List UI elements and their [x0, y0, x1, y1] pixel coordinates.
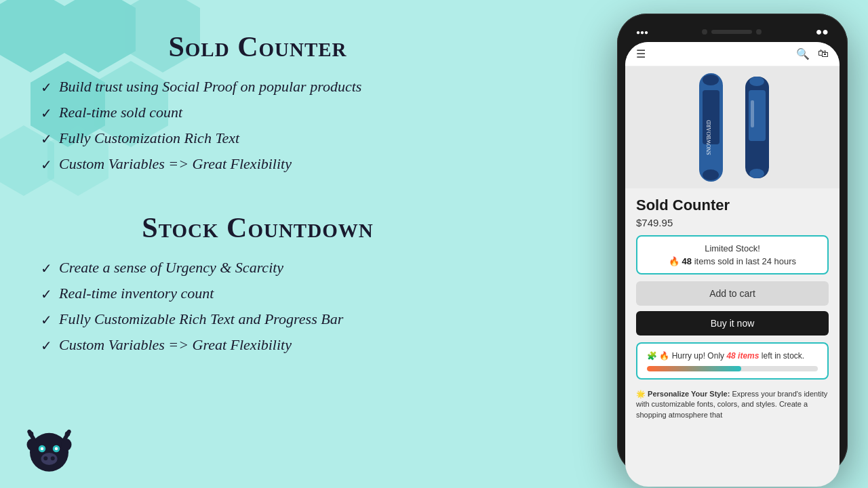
topbar-right-icons: 🔍 🛍 — [796, 47, 829, 60]
buy-now-button[interactable]: Buy it now — [636, 311, 829, 336]
svg-point-7 — [41, 447, 44, 451]
svg-point-10 — [43, 456, 47, 460]
sensor-dot — [756, 29, 762, 35]
stock-countdown-box: 🧩 🔥 Hurry up! Only 48 items left in stoc… — [636, 342, 829, 380]
svg-point-15 — [703, 75, 719, 85]
feature-item: ✓ Create a sense of Urgency & Scarcity — [41, 259, 475, 277]
checkmark-icon: ✓ — [41, 79, 52, 96]
svg-point-2 — [65, 432, 71, 437]
product-details: Sold Counter $749.95 Limited Stock! 🔥 48… — [625, 188, 840, 428]
phone-camera-area — [702, 29, 762, 35]
sold-counter-box: Limited Stock! 🔥 48 items sold in last 2… — [636, 235, 829, 274]
feature-item: ✓ Fully Customizable Rich Text and Progr… — [41, 310, 475, 328]
phone-frame: ●●● ●● ☰ 🔍 🛍 SNOW — [617, 14, 848, 474]
personalize-bold: Personalize Your Style: — [648, 390, 730, 398]
feature-item: ✓ Build trust using Social Proof on popu… — [41, 78, 475, 96]
checkmark-icon: ✓ — [41, 105, 52, 121]
svg-text:SNOWBOARD: SNOWBOARD — [706, 120, 712, 155]
search-icon[interactable]: 🔍 — [796, 47, 810, 60]
feature-item: ✓ Custom Variables => Great Flexibility — [41, 155, 475, 173]
sold-counter-title: Sold Counter — [41, 30, 475, 63]
phone-signal: ●●● — [636, 28, 648, 36]
checkmark-icon: ✓ — [41, 260, 52, 277]
svg-point-1 — [28, 432, 34, 437]
svg-point-8 — [55, 447, 58, 451]
checkmark-icon: ✓ — [41, 312, 52, 328]
checkmark-icon: ✓ — [41, 131, 52, 147]
checkmark-icon: ✓ — [41, 338, 52, 354]
add-to-cart-button[interactable]: Add to cart — [636, 281, 829, 306]
sold-counter-count: 🔥 48 items sold in last 24 hours — [647, 256, 818, 266]
stock-count: 48 items — [726, 351, 759, 361]
menu-icon[interactable]: ☰ — [636, 47, 646, 60]
stock-emoji1: 🧩 — [647, 351, 657, 361]
stock-text-after: left in stock. — [762, 351, 804, 361]
checkmark-icon: ✓ — [41, 157, 52, 173]
sold-counter-label: Limited Stock! — [647, 243, 818, 253]
progress-bar — [647, 366, 818, 371]
stock-countdown-features: ✓ Create a sense of Urgency & Scarcity ✓… — [41, 259, 475, 362]
phone-topbar: ☰ 🔍 🛍 — [625, 42, 840, 66]
svg-rect-21 — [751, 100, 754, 127]
cart-icon[interactable]: 🛍 — [818, 47, 829, 60]
product-image-area: SNOWBOARD — [625, 66, 840, 188]
product-price: $749.95 — [636, 217, 829, 228]
sold-count-number: 48 — [682, 256, 692, 266]
progress-bar-fill — [647, 366, 741, 371]
phone-area: ●●● ●● ☰ 🔍 🛍 SNOW — [597, 0, 868, 488]
sold-description: items sold in last 24 hours — [694, 256, 796, 266]
svg-point-11 — [51, 456, 55, 460]
stock-text-before: Hurry up! Only — [672, 351, 724, 361]
phone-notch-bar: ●●● ●● — [625, 22, 840, 42]
svg-point-3 — [27, 439, 37, 451]
feature-item: ✓ Custom Variables => Great Flexibility — [41, 336, 475, 354]
camera-dot — [702, 29, 707, 35]
feature-item: ✓ Fully Customization Rich Text — [41, 129, 475, 147]
feature-item: ✓ Real-time sold count — [41, 104, 475, 121]
sold-counter-features: ✓ Build trust using Social Proof on popu… — [41, 78, 475, 181]
feature-item: ✓ Real-time inventory count — [41, 285, 475, 302]
speaker-pill — [711, 30, 752, 34]
phone-screen: ☰ 🔍 🛍 SNOWBOARD — [625, 42, 840, 487]
bull-logo — [24, 424, 75, 478]
personalize-text: 🌟 Personalize Your Style: Express your b… — [636, 385, 829, 420]
svg-point-4 — [62, 439, 72, 451]
stock-countdown-text: 🧩 🔥 Hurry up! Only 48 items left in stoc… — [647, 350, 818, 362]
product-name: Sold Counter — [636, 197, 829, 214]
svg-point-19 — [749, 77, 764, 86]
checkmark-icon: ✓ — [41, 286, 52, 302]
left-panel: Sold Counter ✓ Build trust using Social … — [0, 0, 515, 488]
fire-emoji: 🔥 — [669, 256, 679, 266]
svg-point-20 — [749, 169, 764, 178]
stock-emoji2: 🔥 — [659, 351, 669, 361]
phone-battery: ●● — [816, 26, 829, 38]
svg-point-9 — [41, 453, 58, 465]
stock-countdown-title: Stock Countdown — [41, 211, 475, 244]
svg-point-16 — [703, 169, 719, 180]
